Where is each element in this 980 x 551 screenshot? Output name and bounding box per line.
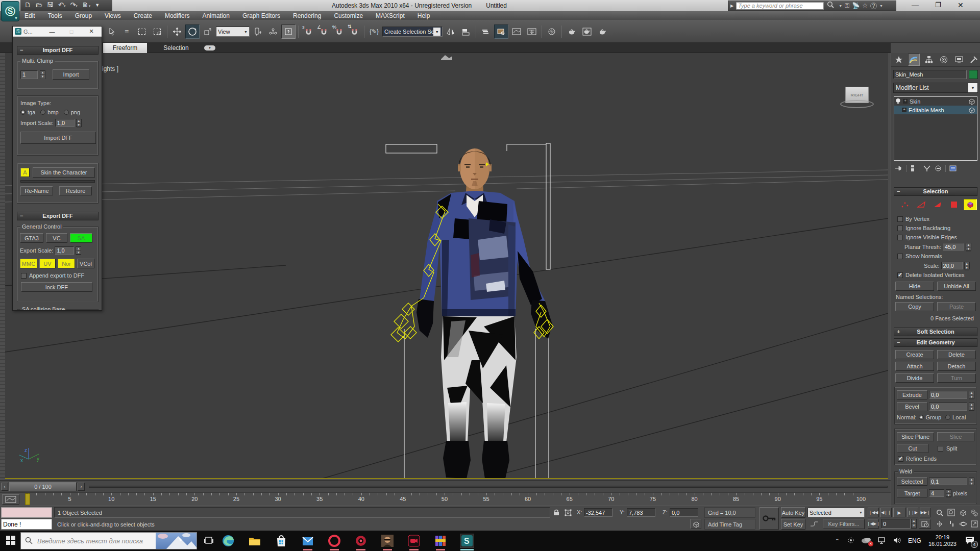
menu-item[interactable]: Views	[104, 12, 122, 19]
tab-motion-icon[interactable]	[938, 54, 950, 66]
select-and-manipulate-button[interactable]	[266, 24, 280, 39]
render-setup-button[interactable]	[565, 24, 579, 39]
viewport-label[interactable]: ights ]	[102, 65, 118, 72]
pin-stack-icon[interactable]	[894, 165, 902, 172]
clipboard-icon[interactable]: 🗎▾	[82, 1, 91, 9]
pan-view-button[interactable]	[934, 519, 945, 529]
percent-snap-button[interactable]: %	[332, 24, 346, 39]
menu-item[interactable]: Help	[416, 12, 431, 19]
tab-modify-icon[interactable]	[908, 54, 920, 66]
bevel-button[interactable]: Bevel	[897, 402, 927, 411]
show-normals-checkbox[interactable]	[897, 254, 903, 259]
restore-button[interactable]: ❐	[935, 1, 941, 9]
expand-icon[interactable]: +	[903, 99, 908, 104]
help-dropdown-icon[interactable]: ▼	[879, 4, 883, 8]
dialog-minimize-button[interactable]: —	[42, 27, 62, 37]
align-button[interactable]	[459, 24, 473, 39]
manage-layers-button[interactable]	[479, 24, 493, 39]
taskbar-app-3dsmax[interactable]: S	[460, 534, 474, 547]
next-frame-button[interactable]: ❘❘▶	[907, 508, 918, 517]
track-bar[interactable]: 0510152025303540455055606570758085909510…	[0, 492, 891, 506]
gta3-button[interactable]: GTA3	[20, 233, 43, 243]
app-button[interactable]: Ⓢ ▼	[1, 1, 19, 21]
vertex-mode-button[interactable]	[898, 199, 912, 210]
open-mini-curve-editor-button[interactable]	[2, 494, 19, 505]
add-time-tag-field[interactable]: Add Time Tag	[704, 519, 755, 530]
polygon-mode-button[interactable]	[947, 199, 961, 210]
absolute-offset-toggle[interactable]	[563, 508, 573, 517]
ribbon-tab-freeform[interactable]: Freeform	[103, 43, 147, 53]
taskbar-app-avatar[interactable]	[381, 534, 394, 547]
menu-item[interactable]: Create	[133, 12, 153, 19]
turn-button[interactable]: Turn	[937, 373, 976, 383]
tray-clock[interactable]: 20:19 16.01.2023	[928, 534, 957, 547]
taskbar-app-recorder[interactable]	[407, 534, 421, 547]
z-coordinate-field[interactable]: 0,0	[670, 508, 698, 517]
taskbar-app-mail[interactable]	[301, 534, 314, 547]
extrude-spinner[interactable]: ▲▼	[969, 391, 974, 399]
time-configuration-button[interactable]	[919, 519, 931, 529]
weld-target-spinner[interactable]: ▲▼	[946, 489, 951, 497]
go-to-start-button[interactable]: ❘◀◀	[868, 508, 879, 517]
nor-button[interactable]: Nor	[58, 259, 75, 268]
infocenter-search-input[interactable]	[736, 2, 824, 10]
orbit-button[interactable]	[958, 519, 968, 529]
angle-snap-button[interactable]: ∠	[316, 24, 331, 39]
close-button[interactable]: ✕	[958, 1, 964, 9]
planar-thresh-spinner[interactable]: ▲▼	[966, 243, 971, 251]
weld-selected-field[interactable]: 0,1	[929, 478, 967, 485]
selection-lock-toggle[interactable]	[551, 508, 561, 517]
taskbar-app-edge[interactable]	[222, 534, 235, 547]
keyboard-shortcut-override-button[interactable]	[281, 24, 296, 39]
clump-count-field[interactable]: 1	[20, 70, 38, 79]
slice-button[interactable]: Slice	[937, 432, 974, 441]
taskbar-app-winrar[interactable]	[434, 534, 447, 547]
planar-thresh-field[interactable]: 45,0	[943, 243, 964, 251]
tray-recorder-icon[interactable]	[847, 536, 855, 545]
taskbar-app-opera[interactable]	[328, 534, 341, 547]
snaps-toggle-button[interactable]: 3	[301, 24, 315, 39]
maxscript-mini-listener-pink[interactable]	[1, 507, 52, 518]
window-crossing-button[interactable]	[150, 24, 164, 39]
divide-button[interactable]: Divide	[895, 373, 934, 383]
select-and-scale-button[interactable]	[201, 24, 215, 39]
schematic-view-button[interactable]	[525, 24, 539, 39]
ignore-visible-edges-checkbox[interactable]	[897, 235, 903, 240]
tab-display-icon[interactable]	[953, 54, 965, 66]
viewport[interactable]: z y x ights ] RIGHT	[5, 53, 888, 479]
copy-button[interactable]: Copy	[895, 302, 934, 311]
weld-target-field[interactable]: 4	[929, 489, 944, 497]
named-selection-sets-dropdown[interactable]: Create Selection Se▼	[382, 27, 443, 37]
menu-item[interactable]: Graph Editors	[241, 12, 281, 19]
time-slider-handle[interactable]: 0 / 100	[9, 482, 77, 491]
menu-item[interactable]: Customize	[333, 12, 364, 19]
reference-coordinate-dropdown[interactable]: View▼	[216, 27, 250, 37]
toolbar-overflow-icon[interactable]: ▼	[95, 3, 100, 8]
split-checkbox[interactable]	[938, 446, 943, 452]
tray-onedrive-error-icon[interactable]: ✕	[861, 537, 871, 545]
toggle-set-key-mode-button[interactable]	[760, 507, 779, 530]
tab-utilities-icon[interactable]	[968, 54, 980, 66]
stack-row-skin[interactable]: + Skin	[894, 97, 977, 106]
infocenter-arrow-icon[interactable]: ▶	[730, 4, 733, 8]
export-scale-field[interactable]: 1,0	[55, 246, 74, 255]
make-unique-icon[interactable]	[923, 165, 931, 172]
tray-volume-icon[interactable]	[893, 537, 902, 545]
tray-language-label[interactable]: ENG	[908, 537, 921, 544]
create-button[interactable]: Create	[895, 350, 934, 359]
current-frame-field[interactable]: 0	[881, 519, 911, 529]
favorites-star-icon[interactable]: ☆	[862, 2, 868, 9]
stack-row-editable-mesh[interactable]: + Editable Mesh	[894, 106, 977, 114]
object-color-swatch[interactable]	[969, 70, 978, 79]
append-export-checkbox[interactable]	[21, 273, 27, 279]
dff-script-dialog[interactable]: Ⓢ G... — □ ✕ −Import DFF Multi. Clump 1 …	[12, 26, 102, 311]
skin-character-button[interactable]: Skin the Character	[33, 167, 95, 178]
auto-key-button[interactable]: Auto Key	[781, 507, 805, 518]
lock-dff-button[interactable]: lock DFF	[21, 282, 92, 292]
go-to-end-button[interactable]: ▶▶❘	[920, 508, 931, 517]
graphite-modeling-tools-button[interactable]	[494, 24, 508, 39]
delete-isolated-vertices-checkbox[interactable]	[897, 272, 903, 278]
radio-tga[interactable]	[20, 110, 26, 115]
task-view-button[interactable]	[204, 536, 213, 546]
object-name-field[interactable]: Skin_Mesh	[893, 70, 967, 79]
